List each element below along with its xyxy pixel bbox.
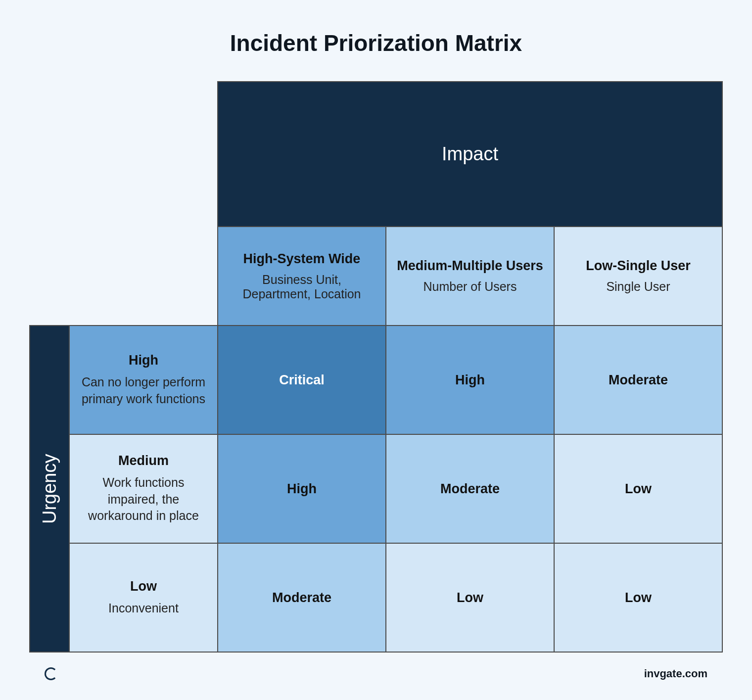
- urgency-level-label: Medium: [79, 453, 208, 468]
- priority-cell: Low: [554, 543, 722, 652]
- priority-cell: Low: [386, 543, 554, 652]
- blank-cell: [69, 82, 218, 227]
- impact-level-desc: Business Unit, Department, Location: [227, 273, 376, 301]
- brand-label: invgate.com: [644, 667, 707, 680]
- priority-cell: Moderate: [218, 543, 386, 652]
- urgency-level-desc: Work functions impaired, the workaround …: [79, 474, 208, 524]
- impact-axis-label: Impact: [218, 82, 722, 227]
- blank-cell: [69, 227, 218, 326]
- priority-cell: High: [218, 434, 386, 543]
- impact-col-low: Low-Single User Single User: [554, 227, 722, 326]
- urgency-row-low: Low Inconvenient: [69, 543, 218, 652]
- urgency-level-label: Low: [79, 579, 208, 594]
- impact-col-medium: Medium-Multiple Users Number of Users: [386, 227, 554, 326]
- priority-cell: Critical: [218, 326, 386, 434]
- page-title: Incident Priorization Matrix: [30, 30, 722, 56]
- impact-level-label: Medium-Multiple Users: [395, 258, 545, 274]
- matrix-container: Impact High-System Wide Business Unit, D…: [30, 81, 722, 653]
- urgency-level-label: High: [79, 353, 208, 368]
- impact-level-desc: Number of Users: [395, 280, 545, 294]
- impact-level-label: High-System Wide: [227, 251, 376, 267]
- priority-cell: High: [386, 326, 554, 434]
- brand-logo-icon: [45, 667, 57, 680]
- priority-cell: Moderate: [554, 326, 722, 434]
- footer: invgate.com: [30, 653, 722, 680]
- priority-cell: Moderate: [386, 434, 554, 543]
- urgency-row-medium: Medium Work functions impaired, the work…: [69, 434, 218, 543]
- blank-cell: [30, 227, 69, 326]
- blank-cell: [30, 82, 69, 227]
- priority-matrix: Impact High-System Wide Business Unit, D…: [29, 81, 723, 653]
- priority-cell: Low: [554, 434, 722, 543]
- urgency-axis-label: Urgency: [30, 326, 69, 652]
- urgency-row-high: High Can no longer perform primary work …: [69, 326, 218, 434]
- urgency-level-desc: Inconvenient: [79, 600, 208, 617]
- urgency-level-desc: Can no longer perform primary work funct…: [79, 374, 208, 408]
- impact-col-high: High-System Wide Business Unit, Departme…: [218, 227, 386, 326]
- impact-level-desc: Single User: [564, 280, 713, 294]
- impact-level-label: Low-Single User: [564, 258, 713, 274]
